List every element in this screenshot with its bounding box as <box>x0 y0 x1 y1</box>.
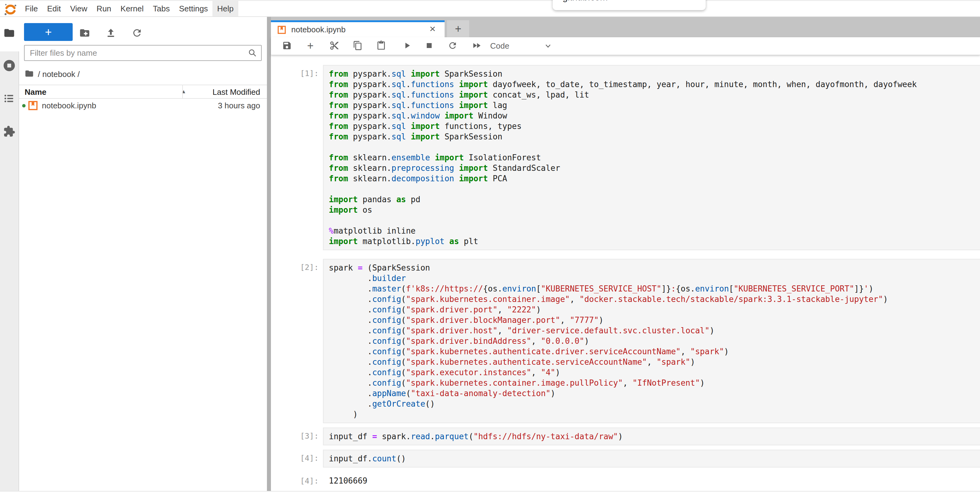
new-folder-button[interactable] <box>78 27 91 40</box>
cell-row: [3]:input_df = spark.read.parquet("hdfs:… <box>271 427 980 445</box>
code-line <box>329 184 980 194</box>
code-cell-editor[interactable]: spark = (SparkSession .builder .master(f… <box>323 259 980 423</box>
code-line: .config("spark.kubernetes.authenticate.s… <box>329 357 980 367</box>
code-cell-editor[interactable]: input_df = spark.read.parquet("hdfs://hd… <box>323 427 980 445</box>
cut-cells-button[interactable] <box>329 41 340 51</box>
code-line: ) <box>329 409 980 419</box>
code-line: input_df.count() <box>329 453 980 464</box>
scissors-icon <box>329 41 339 51</box>
upload-button[interactable] <box>104 27 118 40</box>
chevron-down-icon <box>544 41 552 50</box>
file-row-notebook[interactable]: notebook.ipynb 3 hours ago <box>19 99 267 112</box>
interrupt-kernel-button[interactable] <box>424 41 434 51</box>
restart-icon <box>448 41 458 51</box>
folder-icon <box>3 27 15 40</box>
code-line: input_df = spark.read.parquet("hdfs://hd… <box>329 431 980 442</box>
cell-input-prompt: [1]: <box>271 65 323 250</box>
cell-input-prompt: [3]: <box>271 427 323 445</box>
code-line: from pyspark.sql import SparkSession <box>329 68 980 79</box>
sidebar-tab-table-of-contents[interactable] <box>0 92 19 106</box>
file-filter <box>24 45 262 61</box>
code-line: from pyspark.sql.functions import lag <box>329 100 980 111</box>
menu-edit[interactable]: Edit <box>43 1 65 16</box>
code-line: import matplotlib.pyplot as plt <box>329 236 980 246</box>
code-line: .config("spark.driver.blockManager.port"… <box>329 315 980 325</box>
panel-splitter[interactable] <box>267 17 271 491</box>
code-line: .master(f'k8s://https://{os.environ["KUB… <box>329 283 980 294</box>
notebook-toolbar: + <box>271 37 980 55</box>
menu-kernel[interactable]: Kernel <box>116 1 148 16</box>
filter-files-input[interactable] <box>24 45 262 61</box>
clipboard-icon <box>376 41 386 51</box>
code-line: from pyspark.sql.window import Window <box>329 111 980 121</box>
code-line: from sklearn.preprocessing import Standa… <box>329 163 980 173</box>
column-header-last-modified[interactable]: Last Modified <box>212 87 260 97</box>
sidebar-tab-file-browser[interactable] <box>0 26 19 41</box>
breadcrumb[interactable]: / notebook / <box>25 68 80 80</box>
file-name: notebook.ipynb <box>42 101 96 111</box>
code-line: import pandas as pd <box>329 194 980 205</box>
cell-row: [2]:spark = (SparkSession .builder .mast… <box>271 259 980 423</box>
notebook-file-icon <box>28 100 38 112</box>
stop-circle-icon <box>2 59 16 73</box>
new-launcher-button[interactable]: + <box>24 23 73 41</box>
stop-icon <box>424 41 434 51</box>
menu-help[interactable]: Help <box>212 1 238 16</box>
code-line: from sklearn.ensemble import IsolationFo… <box>329 152 980 163</box>
cell-row: [1]:from pyspark.sql import SparkSession… <box>271 65 980 250</box>
paste-cells-button[interactable] <box>376 41 387 51</box>
copy-cells-button[interactable] <box>353 41 363 51</box>
code-line <box>329 142 980 152</box>
status-bar <box>0 491 980 494</box>
list-icon <box>3 93 15 106</box>
cell-output-text: 12106669 <box>323 472 980 485</box>
code-line: from pyspark.sql.functions import dayofw… <box>329 79 980 90</box>
cell-input-prompt: [4]: <box>271 450 323 467</box>
code-cell-editor[interactable]: input_df.count() <box>323 450 980 467</box>
tab-title: notebook.ipynb <box>291 25 345 35</box>
tab-notebook[interactable]: notebook.ipynb × <box>271 20 445 37</box>
code-line: spark = (SparkSession <box>329 262 980 273</box>
sort-ascending-icon[interactable]: ▲ <box>181 89 186 95</box>
cell-type-dropdown[interactable]: Code <box>490 37 552 54</box>
puzzle-icon <box>3 125 15 139</box>
save-button[interactable] <box>282 41 292 51</box>
menu-run[interactable]: Run <box>92 1 116 16</box>
menu-items: File Edit View Run Kernel Tabs Settings … <box>20 1 238 16</box>
code-line: .config("spark.driver.port", "2222") <box>329 304 980 315</box>
main-dock-area: notebook.ipynb × + + <box>271 17 980 491</box>
new-tab-button[interactable]: + <box>447 20 469 37</box>
restart-kernel-button[interactable] <box>447 41 458 51</box>
run-cell-button[interactable] <box>402 41 412 51</box>
menu-view[interactable]: View <box>65 1 92 16</box>
running-kernel-dot <box>22 104 25 107</box>
home-folder-icon[interactable] <box>25 69 34 79</box>
column-divider <box>182 85 183 99</box>
sidebar-tab-running-sessions[interactable] <box>0 59 19 73</box>
menu-file[interactable]: File <box>20 1 43 16</box>
menu-settings[interactable]: Settings <box>174 1 212 16</box>
refresh-button[interactable] <box>130 27 144 40</box>
cell-list: [1]:from pyspark.sql import SparkSession… <box>271 55 980 485</box>
close-icon[interactable]: × <box>426 23 439 35</box>
save-icon <box>282 41 292 51</box>
stackable-logo-icon <box>4 3 17 16</box>
column-header-name[interactable]: Name <box>25 87 46 97</box>
restart-run-all-button[interactable] <box>471 41 482 51</box>
cell-type-value: Code <box>490 41 509 51</box>
code-line: from pyspark.sql import functions, types <box>329 121 980 132</box>
menu-tabs[interactable]: Tabs <box>148 1 174 16</box>
code-line: .config("spark.kubernetes.container.imag… <box>329 294 980 304</box>
file-list-header: Name ▲ Last Modified <box>19 85 267 99</box>
code-line: .config("spark.driver.bindAddress", "0.0… <box>329 336 980 346</box>
fast-forward-icon <box>472 41 482 51</box>
code-line: .config("spark.kubernetes.container.imag… <box>329 378 980 388</box>
add-cell-button[interactable]: + <box>305 41 316 51</box>
code-cell-editor[interactable]: from pyspark.sql import SparkSessionfrom… <box>323 65 980 250</box>
search-icon <box>248 48 257 59</box>
file-last-modified: 3 hours ago <box>218 101 260 111</box>
sidebar-tab-extensions[interactable] <box>0 125 19 140</box>
notebook-content: [1]:from pyspark.sql import SparkSession… <box>271 55 980 491</box>
code-line <box>329 215 980 226</box>
left-sidebar <box>0 17 19 491</box>
